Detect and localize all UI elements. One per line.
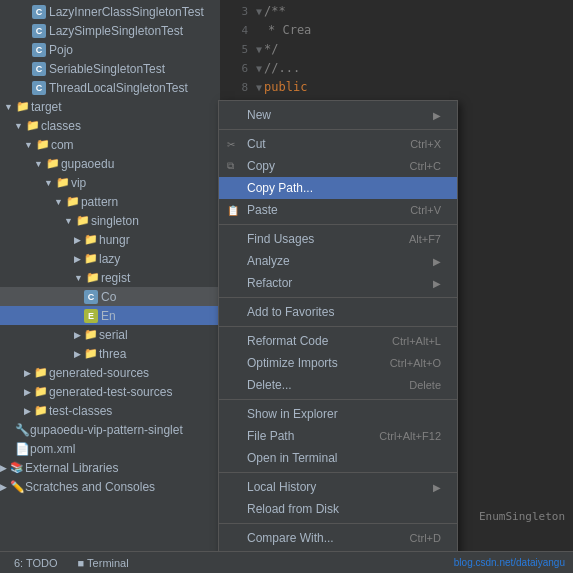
tree-item-lazy-simple[interactable]: C LazySimpleSingletonTest [0,21,220,40]
menu-label: Reload from Disk [247,502,339,516]
menu-item-find-usages[interactable]: Find Usages Alt+F7 [219,228,457,250]
tree-label: generated-test-sources [49,385,172,399]
tree-item-lazy-inner[interactable]: C LazyInnerClassSingletonTest [0,2,220,21]
fold-icon[interactable]: ▼ [256,2,262,21]
tree-label: Co [101,290,116,304]
menu-label: Copy Path... [247,181,313,195]
menu-item-favorites[interactable]: Add to Favorites [219,301,457,323]
tree-item-project[interactable]: 🔧 gupaoedu-vip-pattern-singlet [0,420,220,439]
fold-icon[interactable]: ▼ [256,59,262,78]
tree-item-en[interactable]: E En [0,306,220,325]
folder-icon: 📁 [83,346,99,362]
tree-item-pattern[interactable]: ▼ 📁 pattern [0,192,220,211]
tree-item-classes[interactable]: ▼ 📁 classes [0,116,220,135]
tree-item-pom[interactable]: 📄 pom.xml [0,439,220,458]
menu-label: Local History [247,480,316,494]
class-icon: C [32,81,46,95]
menu-separator [219,224,457,225]
shortcut-label: Ctrl+X [410,138,441,150]
folder-icon: 📁 [25,118,41,134]
menu-item-cut[interactable]: ✂ Cut Ctrl+X [219,133,457,155]
menu-item-local-history[interactable]: Local History ▶ [219,476,457,498]
tree-item-serial[interactable]: ▶ 📁 serial [0,325,220,344]
terminal-tab-label: ■ Terminal [78,557,129,569]
tree-label: Pojo [49,43,73,57]
tree-item-external[interactable]: ▶ 📚 External Libraries [0,458,220,477]
folder-icon: 📁 [83,232,99,248]
menu-item-paste[interactable]: 📋 Paste Ctrl+V [219,199,457,221]
tree-label: regist [101,271,130,285]
menu-label: Show in Explorer [247,407,338,421]
menu-label: Add to Favorites [247,305,334,319]
tree-label: En [101,309,116,323]
shortcut-label: Ctrl+V [410,204,441,216]
tree-item-hungr[interactable]: ▶ 📁 hungr [0,230,220,249]
tree-item-seriable[interactable]: C SeriableSingletonTest [0,59,220,78]
menu-item-reload[interactable]: Reload from Disk [219,498,457,520]
tree-item-scratches[interactable]: ▶ ✏️ Scratches and Consoles [0,477,220,496]
folder-icon: 📁 [33,365,49,381]
menu-item-file-path[interactable]: File Path Ctrl+Alt+F12 [219,425,457,447]
fold-icon[interactable]: ▼ [256,40,262,59]
tree-label: External Libraries [25,461,118,475]
menu-label: Paste [247,203,278,217]
todo-tab[interactable]: 6: TODO [8,555,64,571]
tree-item-co[interactable]: C Co [0,287,220,306]
folder-icon: 📁 [85,270,101,286]
main-area: C LazyInnerClassSingletonTest C LazySimp… [0,0,573,551]
menu-label: Open in Terminal [247,451,338,465]
menu-item-compare[interactable]: Compare With... Ctrl+D [219,527,457,549]
menu-separator [219,297,457,298]
tree-item-vip[interactable]: ▼ 📁 vip [0,173,220,192]
menu-item-compare-editor[interactable]: Compare File with Editor [219,549,457,551]
menu-label: Reformat Code [247,334,328,348]
tree-item-threa[interactable]: ▶ 📁 threa [0,344,220,363]
tree-item-threadlocal[interactable]: C ThreadLocalSingletonTest [0,78,220,97]
submenu-arrow-icon: ▶ [433,482,441,493]
tree-item-com[interactable]: ▼ 📁 com [0,135,220,154]
fold-icon[interactable]: ▼ [256,78,262,97]
terminal-tab[interactable]: ■ Terminal [72,555,135,571]
tree-item-target[interactable]: ▼ 📁 target [0,97,220,116]
menu-item-copy-path[interactable]: Copy Path... [219,177,457,199]
menu-item-refactor[interactable]: Refactor ▶ [219,272,457,294]
menu-item-analyze[interactable]: Analyze ▶ [219,250,457,272]
menu-label: Compare With... [247,531,334,545]
tree-label: target [31,100,62,114]
folder-icon: 📁 [83,327,99,343]
line-number: 4 [228,21,248,40]
line-number: 6 [228,59,248,78]
tree-label: lazy [99,252,120,266]
menu-item-terminal[interactable]: Open in Terminal [219,447,457,469]
tree-label: LazyInnerClassSingletonTest [49,5,204,19]
menu-separator [219,399,457,400]
tree-item-generated-test-sources[interactable]: ▶ 📁 generated-test-sources [0,382,220,401]
submenu-arrow-icon: ▶ [433,110,441,121]
tree-label: serial [99,328,128,342]
menu-item-copy[interactable]: ⧉ Copy Ctrl+C [219,155,457,177]
tree-item-generated-sources[interactable]: ▶ 📁 generated-sources [0,363,220,382]
menu-item-reformat[interactable]: Reformat Code Ctrl+Alt+L [219,330,457,352]
menu-item-show-explorer[interactable]: Show in Explorer [219,403,457,425]
enum-icon: E [84,309,98,323]
menu-item-optimize[interactable]: Optimize Imports Ctrl+Alt+O [219,352,457,374]
class-icon: C [32,24,46,38]
editor-line-3: 3 ▼ /** [228,2,565,21]
folder-icon: 📁 [15,99,31,115]
tree-label: hungr [99,233,130,247]
tree-item-lazy[interactable]: ▶ 📁 lazy [0,249,220,268]
tree-item-test-classes[interactable]: ▶ 📁 test-classes [0,401,220,420]
menu-item-new[interactable]: New ▶ [219,104,457,126]
statusbar: 6: TODO ■ Terminal blog.csdn.net/dataiya… [0,551,573,573]
menu-label: Refactor [247,276,292,290]
tree-item-pojo[interactable]: C Pojo [0,40,220,59]
tree-item-gupaoedu[interactable]: ▼ 📁 gupaoedu [0,154,220,173]
tree-item-singleton[interactable]: ▼ 📁 singleton [0,211,220,230]
shortcut-label: Delete [409,379,441,391]
context-menu: New ▶ ✂ Cut Ctrl+X ⧉ Copy Ctrl+C Copy Pa… [218,100,458,551]
menu-item-delete[interactable]: Delete... Delete [219,374,457,396]
file-tree: C LazyInnerClassSingletonTest C LazySimp… [0,0,220,551]
menu-separator [219,472,457,473]
csdn-link[interactable]: blog.csdn.net/dataiyangu [454,557,565,568]
tree-item-regist[interactable]: ▼ 📁 regist [0,268,220,287]
